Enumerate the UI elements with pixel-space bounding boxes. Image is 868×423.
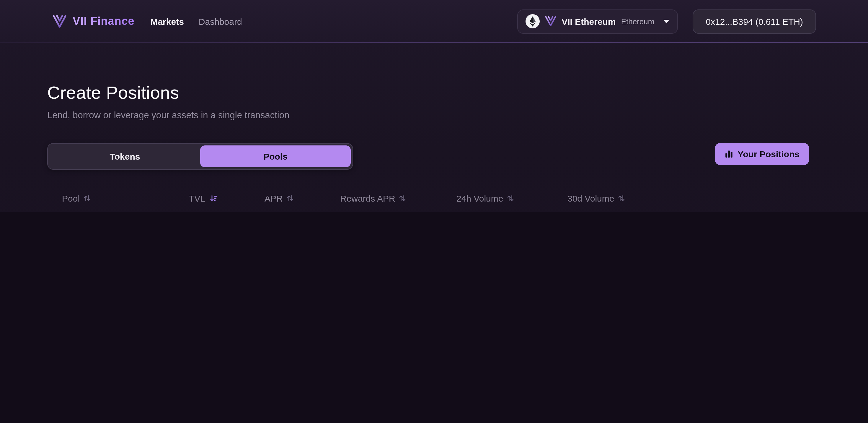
column-label: 30d Volume xyxy=(567,193,614,203)
brand[interactable]: VII Finance xyxy=(52,14,134,28)
sort-icon xyxy=(399,194,406,202)
column-header-pool[interactable]: Pool xyxy=(62,193,189,203)
bar-chart-icon xyxy=(725,149,734,159)
vii-logo-icon xyxy=(545,16,557,27)
column-label: Rewards APR xyxy=(340,193,395,203)
your-positions-button[interactable]: Your Positions xyxy=(715,143,809,165)
main-nav: Markets Dashboard xyxy=(150,16,242,26)
network-selector[interactable]: VII Ethereum Ethereum xyxy=(517,9,678,33)
network-chain: Ethereum xyxy=(621,17,655,26)
pools-table: Pool TVL APR Rewards APR 24h Volume 30d … xyxy=(47,191,809,212)
column-label: 24h Volume xyxy=(457,193,503,203)
sort-icon xyxy=(618,194,625,202)
vii-logo-icon xyxy=(52,14,67,28)
header-right: VII Ethereum Ethereum 0x12...B394 (0.611… xyxy=(517,9,816,33)
page-title: Create Positions xyxy=(47,83,809,103)
column-header-tvl[interactable]: TVL xyxy=(189,193,265,203)
top-navbar: VII Finance Markets Dashboard VII Ethere… xyxy=(0,0,868,43)
column-header-30d-volume[interactable]: 30d Volume xyxy=(567,193,809,203)
column-label: APR xyxy=(265,193,283,203)
view-tabs: Tokens Pools xyxy=(47,143,353,170)
vii-logo-icon xyxy=(52,14,67,28)
controls-row: Tokens Pools Your Positions xyxy=(47,143,809,170)
column-header-rewards-apr[interactable]: Rewards APR xyxy=(340,193,457,203)
column-header-24h-volume[interactable]: 24h Volume xyxy=(457,193,567,203)
table-header-row: Pool TVL APR Rewards APR 24h Volume 30d … xyxy=(47,191,809,205)
nav-item-dashboard[interactable]: Dashboard xyxy=(199,16,242,26)
network-name: VII Ethereum xyxy=(562,16,616,26)
your-positions-label: Your Positions xyxy=(738,149,800,159)
brand-name: VII Finance xyxy=(73,15,134,28)
sort-descending-icon xyxy=(209,194,218,202)
tab-tokens[interactable]: Tokens xyxy=(50,145,200,167)
ethereum-network-icon xyxy=(526,14,540,28)
vii-logo-icon xyxy=(545,16,557,27)
wallet-address-button[interactable]: 0x12...B394 (0.611 ETH) xyxy=(693,9,816,33)
tab-pools[interactable]: Pools xyxy=(200,145,351,167)
sort-icon xyxy=(287,194,293,202)
sort-icon xyxy=(84,194,90,202)
sort-icon xyxy=(507,194,514,202)
app-root: VII Finance Markets Dashboard VII Ethere… xyxy=(0,0,868,212)
nav-item-markets[interactable]: Markets xyxy=(150,16,184,26)
page-subtitle: Lend, borrow or leverage your assets in … xyxy=(47,110,809,121)
column-header-apr[interactable]: APR xyxy=(265,193,340,203)
chevron-down-icon xyxy=(663,19,670,23)
column-label: Pool xyxy=(62,193,80,203)
main-content: Create Positions Lend, borrow or leverag… xyxy=(0,83,868,212)
column-label: TVL xyxy=(189,193,205,203)
